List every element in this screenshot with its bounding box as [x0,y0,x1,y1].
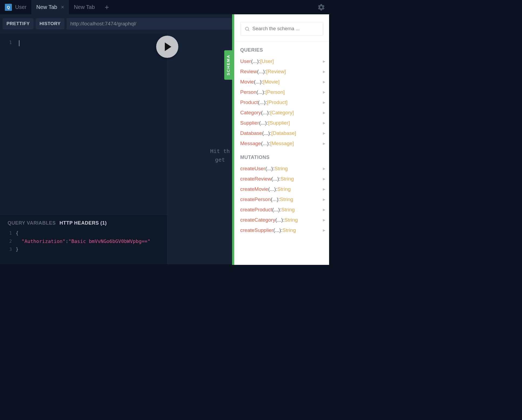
tab-1[interactable]: New Tab× [31,0,69,14]
gear-icon [317,3,325,11]
field-args: (...): [265,166,275,172]
field-args: (...): [256,89,266,95]
schema-mutation-createSupplier[interactable]: createSupplier(...): String▶ [234,225,329,235]
field-name: Review [240,69,257,75]
schema-toggle-tab[interactable]: SCHEMA [224,50,232,80]
field-name: createReview [240,176,271,182]
query-editor[interactable]: 1 [0,33,167,215]
field-name: createSupplier [240,227,273,233]
chevron-right-icon: ▶ [323,198,325,201]
settings-button[interactable] [317,3,325,12]
line-number: 1 [0,40,12,45]
schema-mutation-createUser[interactable]: createUser(...): String▶ [234,164,329,174]
bottom-drawer: QUERY VARIABLES HTTP HEADERS (1) 1 2 3 {… [0,215,167,264]
code-area[interactable] [16,33,167,215]
tab-label: New Tab [74,4,95,10]
tab-label: New Tab [36,4,57,10]
tab-label: User [15,4,26,10]
editor-pane: 1 QUERY VARIABLES HTTP HEADERS (1) 1 2 3… [0,33,167,264]
field-args: (...): [257,69,266,75]
field-args: (...): [275,217,285,223]
field-return-type: [Supplier] [268,120,290,126]
field-return-type: [Review] [266,69,286,75]
field-args: (...): [259,120,268,126]
chevron-right-icon: ▶ [323,142,325,145]
chevron-right-icon: ▶ [323,80,325,84]
queries-section-title: QUERIES [234,41,329,56]
field-name: Supplier [240,120,259,126]
chevron-right-icon: ▶ [323,131,325,135]
schema-query-Supplier[interactable]: Supplier(...): [Supplier]▶ [234,118,329,128]
field-args: (...): [268,186,277,192]
field-return-type: String [281,207,295,213]
svg-point-0 [245,27,249,30]
field-return-type: String [277,186,291,192]
tab-bar: QUserNew Tab×New Tab + [0,0,329,14]
chevron-right-icon: ▶ [323,187,325,191]
add-tab-button[interactable]: + [100,0,114,14]
search-icon [245,26,250,32]
mutations-section-title: MUTATIONS [234,149,329,164]
run-query-button[interactable] [156,36,178,58]
editor-gutter: 1 [0,33,16,215]
schema-query-Review[interactable]: Review(...): [Review]▶ [234,66,329,77]
chevron-right-icon: ▶ [323,101,325,104]
schema-query-Message[interactable]: Message(...): [Message]▶ [234,138,329,149]
headers-editor[interactable]: 1 2 3 { "Authorization":"Basic bmVvNGo6b… [0,229,167,264]
field-name: Message [240,141,261,146]
chevron-right-icon: ▶ [323,218,325,222]
field-name: createUser [240,166,265,172]
chevron-right-icon: ▶ [323,90,325,94]
schema-mutation-createReview[interactable]: createReview(...): String▶ [234,174,329,184]
tab-http-headers[interactable]: HTTP HEADERS (1) [59,220,107,226]
schema-query-Category[interactable]: Category(...): [Category]▶ [234,108,329,118]
headers-code[interactable]: { "Authorization":"Basic bmVvNGo6bGV0bWV… [16,229,167,254]
headers-gutter: 1 2 3 [0,229,16,254]
field-args: (...): [272,207,281,213]
schema-query-User[interactable]: User(...): [User]▶ [234,56,329,66]
field-return-type: String [280,196,293,202]
tab-2[interactable]: New Tab [69,0,99,14]
field-name: Category [240,110,261,116]
schema-query-Product[interactable]: Product(...): [Product]▶ [234,97,329,108]
schema-query-Person[interactable]: Person(...): [Person]▶ [234,87,329,97]
history-button[interactable]: HISTORY [36,18,64,29]
field-args: (...): [273,227,283,233]
field-return-type: String [275,166,288,172]
result-hint: Hit th get [210,147,230,164]
chevron-right-icon: ▶ [323,70,325,74]
field-args: (...): [254,79,263,85]
schema-query-Database[interactable]: Database(...): [Database]▶ [234,128,329,138]
schema-mutation-createPerson[interactable]: createPerson(...): String▶ [234,194,329,205]
close-icon[interactable]: × [61,4,64,10]
schema-mutation-createProduct[interactable]: createProduct(...): String▶ [234,205,329,215]
prettify-button[interactable]: PRETTIFY [3,18,34,29]
tab-0[interactable]: QUser [0,0,31,14]
chevron-right-icon: ▶ [323,208,325,212]
schema-panel: QUERIES User(...): [User]▶Review(...): [… [232,14,329,265]
field-name: Person [240,89,256,95]
field-name: Product [240,99,258,105]
field-args: (...): [261,110,270,116]
field-return-type: String [280,176,294,182]
schema-search-input[interactable] [240,22,323,36]
chevron-right-icon: ▶ [323,59,325,63]
drawer-tabs: QUERY VARIABLES HTTP HEADERS (1) [0,215,167,229]
field-name: createProduct [240,207,272,213]
schema-mutation-createCategory[interactable]: createCategory(...): String▶ [234,215,329,225]
field-return-type: [User] [260,58,274,64]
field-args: (...): [271,196,280,202]
schema-mutation-createMovie[interactable]: createMovie(...): String▶ [234,184,329,194]
field-return-type: [Product] [267,99,287,105]
field-name: Database [240,130,262,136]
chevron-right-icon: ▶ [323,111,325,115]
field-name: createMovie [240,186,268,192]
tab-icon: Q [5,4,12,11]
field-return-type: String [282,227,296,233]
chevron-right-icon: ▶ [323,228,325,232]
field-name: createCategory [240,217,275,223]
schema-query-Movie[interactable]: Movie(...): [Movie]▶ [234,77,329,87]
chevron-right-icon: ▶ [323,167,325,171]
tab-query-variables[interactable]: QUERY VARIABLES [8,220,56,226]
field-name: createPerson [240,196,271,202]
